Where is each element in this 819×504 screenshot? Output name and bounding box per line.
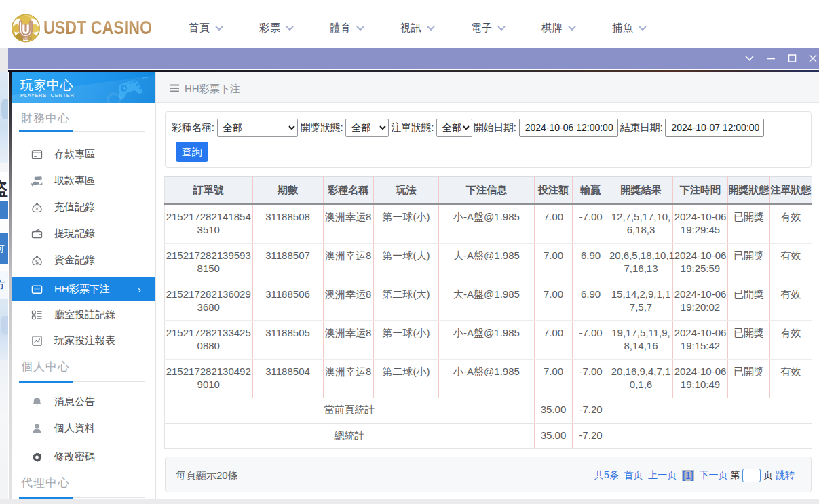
svg-text:CASINO: CASINO: [20, 37, 32, 41]
